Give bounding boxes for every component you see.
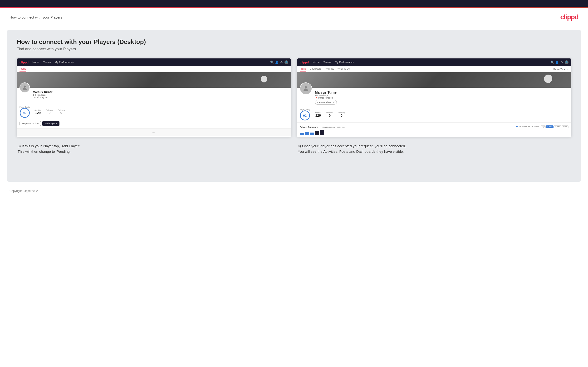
quality-label-2: Player Quality xyxy=(300,109,310,110)
player-dropdown-2[interactable]: Marcus Turner ▾ xyxy=(553,68,569,70)
mini-nav-performance-2[interactable]: My Performance xyxy=(335,61,354,64)
hero-subtitle: Find and connect with your Players xyxy=(17,47,571,51)
activities-label-2: Activities xyxy=(315,112,322,114)
following-stat-2: Following 0 xyxy=(338,112,345,117)
mini-nav-teams-2[interactable]: Teams xyxy=(323,61,331,64)
on-course-label: On course xyxy=(519,126,527,128)
tab-dashboard-2[interactable]: Dashboard xyxy=(310,66,321,72)
user-icon-1[interactable]: 👤 xyxy=(275,61,278,64)
add-player-button[interactable]: Add Player + xyxy=(42,121,60,126)
settings-icon-1[interactable]: ⚙ xyxy=(280,61,283,64)
activity-header: Activity Summary Monthly Activity · 6 Mo… xyxy=(300,125,569,129)
hero-title: How to connect with your Players (Deskto… xyxy=(17,38,571,46)
mini-stats-row-2: Player Quality 92 Activities 129 Followe… xyxy=(297,106,571,122)
banner-bg-2 xyxy=(297,72,571,88)
mini-nav-teams-1[interactable]: Teams xyxy=(43,61,51,64)
activities-label-1: Activities xyxy=(35,109,41,111)
player-handicap-2: 1-5 Handicap xyxy=(315,94,569,97)
activity-summary: Activity Summary Monthly Activity · 6 Mo… xyxy=(297,122,571,137)
top-black-bar xyxy=(0,0,588,7)
banner-bg-1 xyxy=(17,72,291,88)
banner-ball-2 xyxy=(544,75,552,83)
bar-5 xyxy=(320,130,324,135)
bar-4 xyxy=(315,131,319,135)
mini-profile-area-1: Marcus Turner 1-5 Handicap United Kingdo… xyxy=(17,88,291,102)
remove-player-label: Remove Player xyxy=(317,101,332,104)
footer: Copyright Clippd 2022 xyxy=(0,186,588,195)
caption-4-block: 4) Once your Player has accepted your re… xyxy=(297,143,571,154)
remove-player-button[interactable]: Remove Player ✕ xyxy=(315,100,337,105)
time-btn-1mth[interactable]: 1 mth xyxy=(562,125,569,128)
player-info-2: Marcus Turner 1-5 Handicap 📍 United King… xyxy=(300,90,569,105)
quality-val-1: 92 xyxy=(23,111,26,115)
following-val-1: 0 xyxy=(61,111,62,115)
time-btn-6mths[interactable]: 6 mths xyxy=(546,125,553,128)
svg-point-1 xyxy=(305,86,307,89)
mini-logo-2: clippd xyxy=(300,61,309,64)
following-stat-1: Following 0 xyxy=(58,109,65,115)
avatar-2 xyxy=(300,83,312,95)
activity-title-text: Activity Summary xyxy=(300,126,318,128)
caption-3-text: 3) If this is your Player tap, 'Add Play… xyxy=(17,143,290,154)
globe-icon-2[interactable]: 🌐 xyxy=(565,60,569,64)
followers-stat-2: Followers 0 xyxy=(326,112,333,117)
screenshot-1: clippd Home Teams My Performance 🔍 👤 ⚙ 🌐… xyxy=(17,58,291,137)
off-course-dot xyxy=(528,126,530,127)
time-btn-3mths[interactable]: 3 mths xyxy=(554,125,561,128)
legend: On course Off course xyxy=(516,126,538,128)
globe-icon-1[interactable]: 🌐 xyxy=(285,60,288,64)
mini-profile-area-2: Marcus Turner 1-5 Handicap 📍 United King… xyxy=(297,88,571,105)
person-icon-2 xyxy=(302,85,310,92)
followers-label-2: Followers xyxy=(326,112,333,114)
followers-label-1: Followers xyxy=(46,109,53,111)
player-country-2: 📍 United Kingdom xyxy=(315,97,569,99)
player-handicap-1: 1-5 Handicap xyxy=(33,94,288,96)
avatar-1 xyxy=(19,83,30,93)
mini-navbar-icons-2: 🔍 👤 ⚙ 🌐 xyxy=(550,60,569,64)
banner-ball-1 xyxy=(261,76,267,83)
clippd-logo: clippd xyxy=(560,13,579,21)
caption-4-text: 4) Once your Player has accepted your re… xyxy=(298,143,571,154)
mini-stats-row-1: Player Quality 92 Activities 129 Followe… xyxy=(17,104,291,120)
tab-profile-1[interactable]: Profile xyxy=(19,66,26,72)
on-course-dot xyxy=(516,126,518,127)
activities-stat-2: Activities 129 xyxy=(315,112,322,117)
tab-profile-2[interactable]: Profile xyxy=(300,66,306,72)
mini-bottom-strip-1: ✏ xyxy=(17,128,291,136)
mini-tab-bar-2: Profile Dashboard Activities What To On … xyxy=(297,66,571,72)
mini-buttons-1: Request to Follow Add Player + xyxy=(17,120,291,128)
time-btn-1yr[interactable]: 1 yr xyxy=(541,125,546,128)
tab-activities-2[interactable]: Activities xyxy=(325,66,334,72)
player-country-1: United Kingdom xyxy=(33,96,288,99)
bar-1 xyxy=(300,133,304,135)
caption-3-block: 3) If this is your Player tap, 'Add Play… xyxy=(17,143,291,154)
avatar-wrap-1 xyxy=(19,83,30,93)
mini-nav-home-2[interactable]: Home xyxy=(312,61,320,64)
player-info-1: Marcus Turner 1-5 Handicap United Kingdo… xyxy=(19,90,288,99)
screenshots-row: clippd Home Teams My Performance 🔍 👤 ⚙ 🌐… xyxy=(17,58,571,137)
main-content: How to connect with your Players (Deskto… xyxy=(7,30,581,182)
following-label-2: Following xyxy=(338,112,345,114)
mini-navbar-1: clippd Home Teams My Performance 🔍 👤 ⚙ 🌐 xyxy=(17,58,291,66)
mini-nav-home-1[interactable]: Home xyxy=(32,61,39,64)
pencil-icon-1: ✏ xyxy=(153,130,155,134)
user-icon-2[interactable]: 👤 xyxy=(555,61,559,64)
tab-what-to-on-2[interactable]: What To On xyxy=(337,66,350,72)
mini-banner-1 xyxy=(17,72,291,88)
search-icon-1[interactable]: 🔍 xyxy=(270,61,274,64)
activity-chart xyxy=(300,130,569,135)
following-label-1: Following xyxy=(58,109,65,111)
off-course-label: Off course xyxy=(531,126,539,128)
svg-point-0 xyxy=(24,85,26,88)
quality-circle-1: 92 xyxy=(20,108,30,118)
mini-nav-performance-1[interactable]: My Performance xyxy=(55,61,74,64)
avatar-wrap-2 xyxy=(300,83,312,95)
settings-icon-2[interactable]: ⚙ xyxy=(560,61,563,64)
followers-stat-1: Followers 0 xyxy=(46,109,53,115)
mini-logo-1: clippd xyxy=(19,61,28,64)
search-icon-2[interactable]: 🔍 xyxy=(550,61,554,64)
page-header: How to connect with your Players clippd xyxy=(0,8,588,25)
time-buttons: 1 yr 6 mths 3 mths 1 mth xyxy=(541,125,569,128)
player-name-2: Marcus Turner xyxy=(315,91,569,94)
request-follow-button[interactable]: Request to Follow xyxy=(19,121,41,126)
